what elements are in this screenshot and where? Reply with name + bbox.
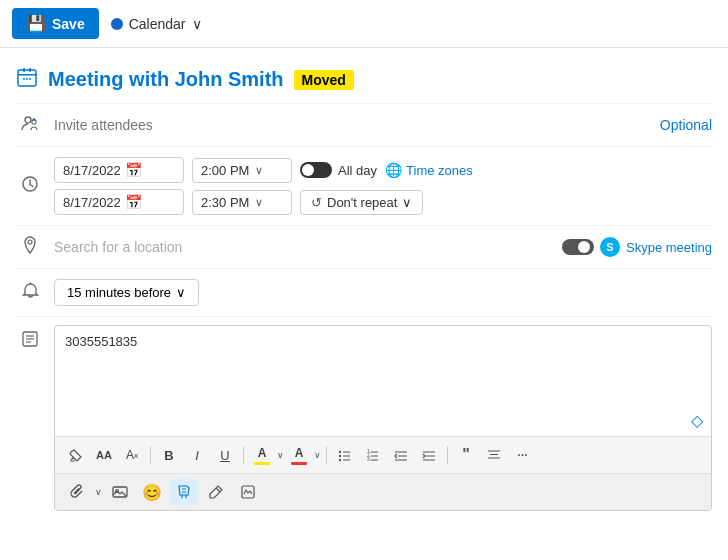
location-search-input[interactable]: Search for a location: [54, 239, 552, 255]
bold-button[interactable]: B: [156, 442, 182, 468]
moved-badge: Moved: [294, 70, 354, 90]
italic-button[interactable]: I: [184, 442, 210, 468]
start-date-input[interactable]: 8/17/2022 📅: [54, 157, 184, 183]
start-time-chevron-icon: ∨: [255, 164, 263, 177]
svg-point-6: [29, 78, 31, 80]
highlight-bar: [254, 462, 270, 465]
repeat-chevron-icon: ∨: [402, 195, 412, 210]
outdent-button[interactable]: [388, 442, 414, 468]
highlight-chevron-icon[interactable]: ∨: [277, 450, 284, 460]
svg-line-13: [30, 185, 33, 187]
calendar-label: Calendar: [129, 16, 186, 32]
notes-icon: [16, 325, 44, 351]
allday-toggle[interactable]: [300, 162, 332, 178]
svg-rect-1: [18, 74, 36, 76]
font-size-button[interactable]: AA: [91, 442, 117, 468]
notes-content-area[interactable]: 3035551835 ◇: [55, 326, 711, 436]
reminder-label: 15 minutes before: [67, 285, 171, 300]
svg-point-7: [25, 117, 31, 123]
clear-formatting-button[interactable]: [63, 442, 89, 468]
paint-format-button[interactable]: [170, 479, 198, 505]
reminder-icon: [16, 282, 44, 304]
clock-icon: [16, 176, 44, 196]
main-content: Meeting with John Smith Moved Invite att…: [0, 48, 728, 529]
end-time-value: 2:30 PM: [201, 195, 249, 210]
skype-label[interactable]: Skype meeting: [626, 240, 712, 255]
svg-point-25: [339, 459, 341, 461]
highlight-pen-button[interactable]: [202, 479, 230, 505]
end-date-input[interactable]: 8/17/2022 📅: [54, 189, 184, 215]
datetime-container: 8/17/2022 📅 2:00 PM ∨ All day 🌐 Time zon…: [54, 157, 712, 215]
svg-rect-2: [23, 68, 25, 72]
quote-button[interactable]: ": [453, 442, 479, 468]
more-options-button[interactable]: ···: [509, 442, 535, 468]
optional-link[interactable]: Optional: [660, 117, 712, 133]
underline-button[interactable]: U: [212, 442, 238, 468]
meeting-icon: [16, 66, 38, 93]
insert-image-button[interactable]: [106, 479, 134, 505]
start-date-calendar-icon: 📅: [125, 162, 142, 178]
start-datetime-line: 8/17/2022 📅 2:00 PM ∨ All day 🌐 Time zon…: [54, 157, 712, 183]
save-icon: 💾: [26, 14, 46, 33]
repeat-button[interactable]: ↺ Don't repeat ∨: [300, 190, 423, 215]
svg-text:3.: 3.: [367, 456, 371, 462]
allday-label: All day: [338, 163, 377, 178]
meeting-title: Meeting with John Smith: [48, 68, 284, 91]
calendar-selector[interactable]: Calendar ∨: [111, 16, 202, 32]
attendees-container: Invite attendees Optional: [54, 117, 712, 133]
svg-rect-45: [242, 486, 254, 498]
datetime-row: 8/17/2022 📅 2:00 PM ∨ All day 🌐 Time zon…: [16, 147, 712, 226]
numbering-button[interactable]: 1.2.3.: [360, 442, 386, 468]
text-color-chevron-icon[interactable]: ∨: [314, 450, 321, 460]
skype-container: S Skype meeting: [562, 237, 712, 257]
svg-point-4: [23, 78, 25, 80]
svg-line-44: [216, 488, 220, 492]
svg-point-14: [28, 240, 32, 244]
attendees-placeholder[interactable]: Invite attendees: [54, 117, 660, 133]
toolbar-divider-3: [326, 446, 327, 464]
calendar-dot: [111, 18, 123, 30]
end-datetime-line: 8/17/2022 📅 2:30 PM ∨ ↺ Don't repeat ∨: [54, 189, 712, 215]
save-button[interactable]: 💾 Save: [12, 8, 99, 39]
toolbar-divider-2: [243, 446, 244, 464]
allday-container: All day: [300, 162, 377, 178]
skype-toggle[interactable]: [562, 239, 594, 255]
highlight-color-button[interactable]: A: [249, 442, 275, 468]
location-icon: [16, 236, 44, 258]
calendar-chevron-icon: ∨: [192, 16, 202, 32]
text-color-button[interactable]: A: [286, 442, 312, 468]
end-date-value: 8/17/2022: [63, 195, 121, 210]
skype-logo-icon: S: [600, 237, 620, 257]
toolbar-divider-1: [150, 446, 151, 464]
attach-chevron-icon[interactable]: ∨: [95, 487, 102, 497]
indent-button[interactable]: [416, 442, 442, 468]
start-time-input[interactable]: 2:00 PM ∨: [192, 158, 292, 183]
timezone-link[interactable]: 🌐 Time zones: [385, 162, 473, 178]
globe-icon: 🌐: [385, 162, 402, 178]
attach-file-button[interactable]: [63, 479, 91, 505]
timezone-label: Time zones: [406, 163, 473, 178]
repeat-icon: ↺: [311, 195, 322, 210]
start-time-value: 2:00 PM: [201, 163, 249, 178]
text-color-bar: [291, 462, 307, 465]
svg-point-23: [339, 455, 341, 457]
start-date-value: 8/17/2022: [63, 163, 121, 178]
repeat-label: Don't repeat: [327, 195, 397, 210]
svg-point-5: [26, 78, 28, 80]
superscript-button[interactable]: Ax: [119, 442, 145, 468]
reminder-button[interactable]: 15 minutes before ∨: [54, 279, 199, 306]
attendees-icon: [16, 114, 44, 136]
bullets-button[interactable]: [332, 442, 358, 468]
toggle-knob: [302, 164, 314, 176]
svg-rect-3: [29, 68, 31, 72]
attendees-row: Invite attendees Optional: [16, 104, 712, 147]
reminder-chevron-icon: ∨: [176, 285, 186, 300]
skype-toggle-knob: [578, 241, 590, 253]
align-button[interactable]: [481, 442, 507, 468]
end-time-input[interactable]: 2:30 PM ∨: [192, 190, 292, 215]
signature-button[interactable]: [234, 479, 262, 505]
emoji-button[interactable]: 😊: [138, 479, 166, 505]
toolbar-divider-4: [447, 446, 448, 464]
diamond-icon: ◇: [691, 411, 703, 430]
location-row: Search for a location S Skype meeting: [16, 226, 712, 269]
